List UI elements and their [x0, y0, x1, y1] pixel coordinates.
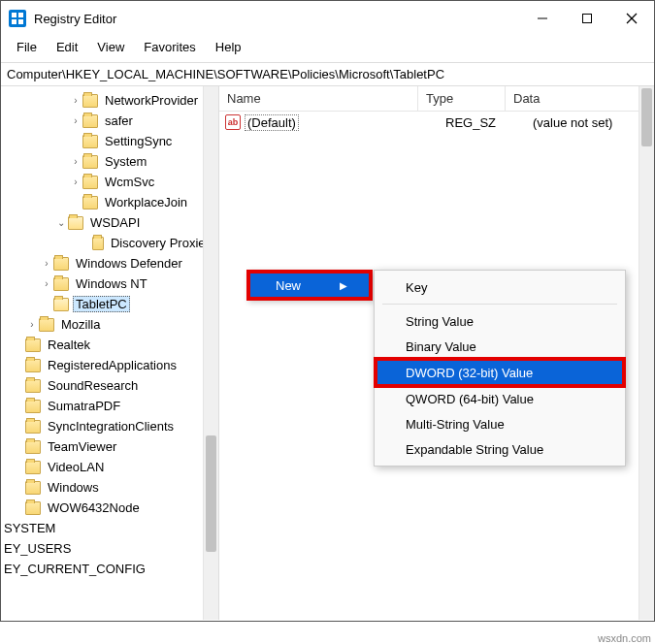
tree-item-label: Windows: [45, 480, 102, 495]
folder-icon: [25, 379, 41, 393]
context-menu-primary: New ▶: [246, 270, 373, 301]
close-button[interactable]: [609, 1, 654, 36]
tree-item[interactable]: SumatraPDF: [1, 396, 218, 416]
svg-rect-3: [18, 19, 23, 24]
value-name: (Default): [245, 115, 438, 130]
tree-item[interactable]: ›Mozilla: [1, 314, 218, 335]
column-name[interactable]: Name: [219, 86, 418, 111]
menu-edit[interactable]: Edit: [49, 38, 85, 56]
tree-item-label: VideoLAN: [45, 460, 107, 474]
address-bar[interactable]: Computer\HKEY_LOCAL_MACHINE\SOFTWARE\Pol…: [1, 62, 654, 86]
tree-item[interactable]: Windows: [1, 477, 218, 498]
column-type[interactable]: Type: [418, 86, 506, 111]
context-menu-label: New: [276, 278, 301, 293]
svg-rect-5: [583, 15, 592, 23]
tree-item[interactable]: ›WcmSvc: [1, 172, 218, 192]
column-data[interactable]: Data: [506, 86, 654, 111]
tree-item-label: SYSTEM: [1, 521, 58, 535]
context-submenu-new: Key String Value Binary Value DWORD (32-…: [374, 270, 626, 467]
context-menu-item-new[interactable]: New ▶: [250, 274, 369, 297]
tree-item-label: WSDAPI: [87, 215, 143, 230]
tree-item-label: SettingSync: [102, 134, 175, 148]
chevron-down-icon[interactable]: ⌄: [54, 217, 68, 228]
menu-help[interactable]: Help: [208, 38, 249, 56]
submenu-item-binary[interactable]: Binary Value: [377, 334, 623, 359]
tree-item[interactable]: Realtek: [1, 335, 218, 355]
tree-item[interactable]: TabletPC: [1, 294, 218, 314]
maximize-button[interactable]: [565, 1, 609, 36]
tree-item[interactable]: TeamViewer: [1, 436, 218, 457]
chevron-right-icon[interactable]: ›: [40, 258, 53, 269]
tree-item-label: WOW6432Node: [45, 500, 143, 515]
tree-item-label: Mozilla: [58, 317, 103, 332]
folder-icon: [25, 400, 41, 413]
tree-item-label: Windows Defender: [73, 256, 185, 271]
chevron-right-icon[interactable]: ›: [69, 115, 82, 126]
submenu-arrow-icon: ▶: [340, 280, 347, 291]
tree-item[interactable]: WOW6432Node: [1, 498, 218, 518]
tree-item[interactable]: SYSTEM: [1, 518, 218, 538]
folder-icon: [82, 176, 98, 189]
folder-icon: [82, 135, 98, 148]
folder-icon: [82, 114, 98, 128]
folder-icon: [25, 420, 41, 434]
tree-item[interactable]: ›safer: [1, 111, 218, 131]
folder-icon: [82, 155, 98, 169]
folder-icon: [68, 216, 83, 230]
tree-item[interactable]: ›NetworkProvider: [1, 90, 218, 111]
menubar: File Edit View Favorites Help: [1, 36, 654, 62]
menu-file[interactable]: File: [9, 38, 45, 56]
tree-item[interactable]: Discovery Proxies: [1, 233, 218, 253]
submenu-item-key[interactable]: Key: [377, 274, 623, 300]
folder-icon: [25, 440, 41, 454]
tree-item-label: EY_USERS: [1, 541, 74, 556]
folder-icon: [25, 359, 41, 372]
svg-rect-0: [12, 13, 16, 17]
tree-item-label: WcmSvc: [102, 175, 157, 189]
tree-item[interactable]: ›System: [1, 151, 218, 172]
minimize-button[interactable]: [520, 1, 565, 36]
folder-icon: [53, 257, 69, 271]
tree-item[interactable]: ›Windows Defender: [1, 253, 218, 274]
tree-item-label: SyncIntegrationClients: [45, 419, 177, 434]
tree-item[interactable]: RegisteredApplications: [1, 355, 218, 375]
submenu-item-expandable[interactable]: Expandable String Value: [377, 436, 623, 462]
chevron-right-icon[interactable]: ›: [69, 156, 82, 167]
chevron-right-icon[interactable]: ›: [40, 278, 53, 289]
tree-item[interactable]: VideoLAN: [1, 457, 218, 477]
folder-icon: [53, 277, 69, 291]
tree-item[interactable]: SettingSync: [1, 131, 218, 151]
list-scrollbar[interactable]: [639, 86, 654, 620]
submenu-item-dword[interactable]: DWORD (32-bit) Value: [377, 360, 623, 385]
submenu-item-string[interactable]: String Value: [377, 308, 623, 334]
folder-icon: [39, 318, 54, 332]
folder-icon: [25, 461, 41, 474]
tree-item[interactable]: EY_USERS: [1, 538, 218, 559]
list-row[interactable]: ab (Default) REG_SZ (value not set): [219, 112, 654, 133]
tree-item[interactable]: ⌄WSDAPI: [1, 212, 218, 233]
tree-item[interactable]: SyncIntegrationClients: [1, 416, 218, 436]
chevron-right-icon[interactable]: ›: [25, 319, 39, 330]
submenu-item-qword[interactable]: QWORD (64-bit) Value: [377, 386, 623, 411]
submenu-item-multistring[interactable]: Multi-String Value: [377, 411, 623, 436]
value-type: REG_SZ: [438, 115, 525, 130]
tree-item-label: Discovery Proxies: [108, 236, 214, 250]
menu-favorites[interactable]: Favorites: [136, 38, 203, 56]
tree-item[interactable]: ›Windows NT: [1, 274, 218, 294]
string-value-icon: ab: [225, 114, 241, 130]
window-title: Registry Editor: [34, 12, 520, 26]
tree-item-label: SoundResearch: [45, 378, 141, 393]
folder-icon: [25, 501, 41, 515]
chevron-right-icon[interactable]: ›: [69, 95, 82, 106]
tree-item[interactable]: WorkplaceJoin: [1, 192, 218, 212]
tree-item[interactable]: SoundResearch: [1, 375, 218, 396]
value-data: (value not set): [525, 115, 654, 130]
tree-item[interactable]: EY_CURRENT_CONFIG: [1, 559, 218, 579]
menu-view[interactable]: View: [89, 38, 132, 56]
chevron-right-icon[interactable]: ›: [69, 177, 82, 187]
tree-scrollbar[interactable]: [203, 86, 218, 620]
tree-item-label: NetworkProvider: [102, 93, 201, 108]
svg-rect-2: [12, 19, 16, 24]
tree-item-label: Windows NT: [73, 276, 150, 291]
folder-icon: [92, 237, 104, 250]
